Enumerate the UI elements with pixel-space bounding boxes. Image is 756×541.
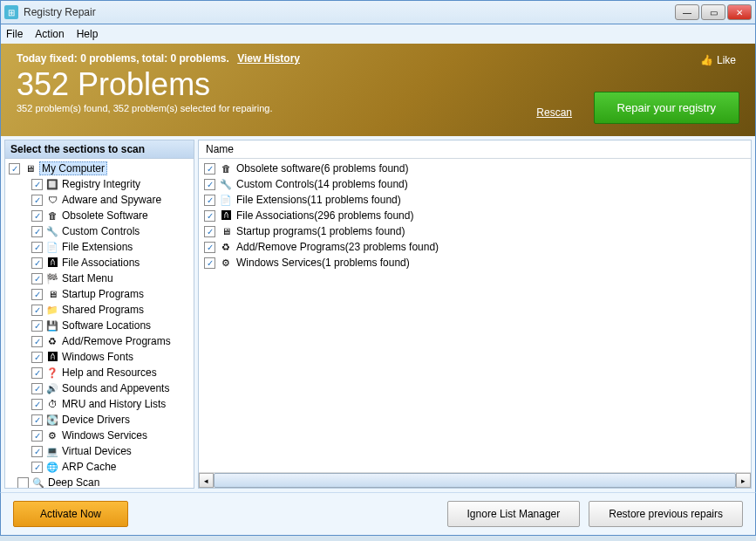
checkbox[interactable] [31,367,43,379]
checkbox[interactable] [204,242,215,253]
menu-action[interactable]: Action [35,28,64,40]
tree-item-8[interactable]: 📁Shared Programs [5,302,194,318]
activate-now-button[interactable]: Activate Now [13,501,128,527]
checkbox[interactable] [31,383,43,394]
checkbox[interactable] [9,163,20,175]
tree-item-15[interactable]: 💽Device Drivers [5,412,194,428]
checkbox[interactable] [31,352,43,363]
tree-item-12[interactable]: ❓Help and Resources [5,365,194,380]
checkbox[interactable] [204,226,215,237]
scroll-right-arrow[interactable]: ▸ [736,473,751,488]
sections-tree[interactable]: 🖥My Computer🔲Registry Integrity🛡Adware a… [5,159,194,488]
checkbox[interactable] [31,257,43,269]
section-icon: 🛡 [45,193,59,207]
checkbox[interactable] [204,195,215,206]
like-label: Like [717,54,736,66]
minimize-button[interactable]: — [675,4,699,20]
checkbox[interactable] [31,446,43,457]
checkbox[interactable] [31,414,43,426]
tree-item-2[interactable]: 🗑Obsolete Software [5,208,194,223]
tree-item-13[interactable]: 🔊Sounds and Appevents [5,380,194,396]
repair-registry-button[interactable]: Repair your registry [594,92,739,124]
view-history-link[interactable]: View History [237,52,300,65]
checkbox[interactable] [31,289,43,300]
tree-item-1[interactable]: 🛡Adware and Spyware [5,192,194,208]
result-row-2[interactable]: 📄File Extensions(11 problems found) [201,192,749,208]
result-row-3[interactable]: 🅰File Associations(296 problems found) [201,208,749,223]
horizontal-scrollbar[interactable]: ◂ ▸ [199,472,751,488]
checkbox[interactable] [204,163,215,175]
section-icon: ⏱ [45,397,59,411]
tree-item-18[interactable]: 🌐ARP Cache [5,459,194,475]
tree-item-0[interactable]: 🔲Registry Integrity [5,176,194,192]
checkbox[interactable] [31,210,43,222]
tree-item-14[interactable]: ⏱MRU and History Lists [5,396,194,412]
section-icon: 💻 [45,444,59,458]
section-icon: 🅰 [45,350,59,364]
section-icon: 🅰 [45,256,59,270]
tree-item-11[interactable]: 🅰Windows Fonts [5,349,194,365]
checkbox[interactable] [31,242,43,253]
tree-item-6[interactable]: 🏁Start Menu [5,270,194,286]
tree-item-9[interactable]: 💾Software Locations [5,318,194,333]
tree-item-16[interactable]: ⚙Windows Services [5,428,194,443]
checkbox[interactable] [31,226,43,237]
menu-help[interactable]: Help [77,28,99,40]
close-button[interactable]: ✕ [727,4,752,20]
like-button[interactable]: Like [700,54,736,66]
sections-panel: Select the sections to scan 🖥My Computer… [4,140,194,489]
checkbox[interactable] [31,179,43,190]
section-label: Obsolete Software [62,209,148,222]
result-row-0[interactable]: 🗑Obsolete software(6 problems found) [201,161,749,176]
checkbox[interactable] [31,462,43,473]
checkbox[interactable] [204,257,215,269]
result-label: Startup programs(1 problems found) [236,225,405,237]
maximize-button[interactable]: ▭ [701,4,725,20]
checkbox[interactable] [31,399,43,410]
checkbox[interactable] [31,320,43,332]
checkbox[interactable] [31,273,43,284]
checkbox[interactable] [31,336,43,347]
scroll-left-arrow[interactable]: ◂ [199,473,214,488]
result-row-4[interactable]: 🖥Startup programs(1 problems found) [201,223,749,239]
checkbox[interactable] [31,305,43,316]
scroll-thumb[interactable] [214,473,736,488]
result-icon: 🗑 [219,161,233,175]
result-row-6[interactable]: ⚙Windows Services(1 problems found) [201,255,749,270]
section-label: Start Menu [62,272,113,284]
summary-banner: Today fixed: 0 problems, total: 0 proble… [0,44,756,136]
section-label: Registry Integrity [62,178,140,190]
tree-item-10[interactable]: ♻Add/Remove Programs [5,333,194,349]
menu-file[interactable]: File [6,28,23,40]
tree-item-17[interactable]: 💻Virtual Devices [5,443,194,459]
tree-item-3[interactable]: 🔧Custom Controls [5,223,194,239]
scroll-track[interactable] [214,473,736,488]
checkbox[interactable] [17,477,29,489]
section-icon: ⚙ [45,428,59,442]
result-label: Obsolete software(6 problems found) [236,162,408,175]
section-label: File Associations [62,257,140,269]
tree-item-4[interactable]: 📄File Extensions [5,239,194,255]
restore-previous-button[interactable]: Restore previous repairs [589,501,743,527]
result-row-5[interactable]: ♻Add/Remove Programs(23 problems found) [201,239,749,255]
result-icon: ⚙ [219,256,233,270]
checkbox[interactable] [204,210,215,222]
section-label: MRU and History Lists [62,398,166,410]
section-label: Windows Fonts [62,351,133,363]
checkbox[interactable] [31,430,43,442]
tree-item-7[interactable]: 🖥Startup Programs [5,286,194,302]
window-controls: — ▭ ✕ [675,4,752,20]
rescan-link[interactable]: Rescan [536,106,572,119]
tree-root-my-computer[interactable]: 🖥My Computer [5,161,194,176]
section-icon: 🏁 [45,271,59,285]
checkbox[interactable] [31,195,43,206]
status-mid: , total: [136,52,170,65]
result-label: Windows Services(1 problems found) [236,257,410,269]
bottom-bar: Activate Now Ignore List Manager Restore… [0,492,756,536]
checkbox[interactable] [204,179,215,190]
tree-item-5[interactable]: 🅰File Associations [5,255,194,270]
result-row-1[interactable]: 🔧Custom Controls(14 problems found) [201,176,749,192]
tree-deep-scan[interactable]: 🔍Deep Scan [5,475,194,488]
section-icon: 🔍 [31,476,45,488]
ignore-list-button[interactable]: Ignore List Manager [447,501,581,527]
